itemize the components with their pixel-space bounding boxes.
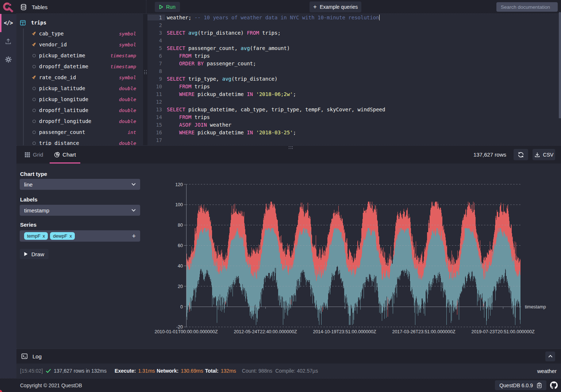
line-code: SELECT passenger_count, avg(fare_amount) — [167, 45, 290, 51]
success-check-icon — [46, 369, 51, 373]
editor-line-4[interactable]: 4 — [147, 38, 561, 45]
line-code: FROM trips — [167, 114, 210, 120]
rail-item-import[interactable] — [0, 32, 16, 50]
column-row-dropoff_latitude[interactable]: dropoff_latitudedouble — [16, 105, 143, 116]
column-name: passenger_count — [39, 129, 85, 135]
editor-line-10[interactable]: 10 FROM trips — [147, 84, 561, 91]
rail-item-console[interactable]: </> — [0, 14, 16, 32]
column-row-pickup_datetime[interactable]: pickup_datetimetimestamp — [16, 50, 143, 61]
editor-line-5[interactable]: 5SELECT passenger_count, avg(fare_amount… — [147, 45, 561, 53]
tab-chart[interactable]: Chart — [50, 146, 80, 164]
editor-line-7[interactable]: 7 ORDER BY passenger_count; — [147, 61, 561, 68]
editor-line-13[interactable]: 13SELECT pickup_datetime, cab_type, trip… — [147, 107, 561, 114]
play-icon — [159, 5, 163, 9]
collapse-log-button[interactable] — [545, 351, 555, 361]
splitter-handle-icon — [144, 70, 147, 74]
editor-line-2[interactable]: 2 — [147, 22, 561, 30]
download-csv-button[interactable]: CSV — [533, 149, 555, 160]
search-documentation-input[interactable] — [496, 2, 558, 12]
sql-editor[interactable]: 1weather; -- 10 years of weather data in… — [147, 14, 561, 145]
editor-line-6[interactable]: 6 FROM trips — [147, 53, 561, 61]
refresh-button[interactable] — [514, 149, 528, 160]
editor-line-3[interactable]: 3SELECT avg(trip_distance) FROM trips; — [147, 30, 561, 38]
circle-icon — [32, 98, 36, 101]
questdb-logo-icon — [3, 1, 14, 12]
circle-icon — [31, 120, 37, 123]
editor-line-15[interactable]: 15 ASOF JOIN weather — [147, 122, 561, 130]
y-tick-label: 40 — [178, 264, 183, 269]
line-number: 4 — [147, 38, 165, 43]
questdb-console: </> — [0, 0, 561, 392]
tab-grid[interactable]: Grid — [20, 146, 47, 164]
column-row-dropoff_longitude[interactable]: dropoff_longitudedouble — [16, 116, 143, 127]
column-row-dropoff_datetime[interactable]: dropoff_datetimetimestamp — [16, 61, 143, 72]
status-total-label: Total: — [205, 368, 219, 374]
download-icon — [534, 152, 540, 158]
x-tick-label: 2014-10-19T23:51:00.000000Z — [313, 329, 376, 334]
rows-count-label: 137,627 rows — [473, 151, 506, 158]
run-button[interactable]: Run — [155, 2, 180, 12]
column-row-trip_distance[interactable]: trip_distancedouble — [16, 138, 143, 145]
example-queries-button[interactable]: + Example queries — [310, 1, 361, 12]
editor-line-8[interactable]: 8 — [147, 68, 561, 76]
chart-view: Chart type line Labels timestamp Series … — [16, 164, 561, 349]
tables-panel-header: Tables — [16, 0, 143, 14]
editor-line-17[interactable]: 17 — [147, 137, 561, 145]
status-timestamp: [15:45:02] — [20, 368, 43, 374]
editor-line-12[interactable]: 12 — [147, 99, 561, 107]
line-number: 5 — [147, 45, 165, 51]
column-row-vendor_id[interactable]: vendor_idsymbol — [16, 39, 143, 50]
footer: Copyright © 2021 QuestDB QuestDB 6.0.9 — [0, 378, 561, 392]
x-tick-label: 2017-03-26T23:51:00.000000Z — [392, 329, 455, 334]
x-tick-label: 2019-07-23T20:51:00.000000Z — [471, 329, 534, 334]
y-tick-label: 80 — [178, 223, 183, 228]
rocket-icon — [31, 42, 37, 47]
line-number: 9 — [147, 76, 165, 82]
column-row-rate_code_id[interactable]: rate_code_idsymbol — [16, 72, 143, 83]
y-tick-label: 20 — [178, 284, 183, 289]
column-name: dropoff_longitude — [39, 118, 91, 124]
horizontal-splitter-handle-icon[interactable] — [289, 146, 293, 149]
column-name: pickup_latitude — [39, 85, 85, 91]
status-network-value: 130.69ms — [181, 368, 203, 374]
grid-icon — [24, 152, 30, 158]
column-name: cab_type — [39, 31, 64, 36]
line-number: 3 — [147, 30, 165, 36]
line-code: FROM trips — [167, 84, 210, 89]
column-name: dropoff_latitude — [39, 107, 88, 113]
version-button[interactable]: QuestDB 6.0.9 — [495, 380, 546, 390]
vertical-splitter[interactable] — [143, 14, 147, 145]
line-number: 15 — [147, 122, 165, 128]
line-code: FROM trips — [167, 53, 210, 59]
rail-item-settings[interactable] — [0, 50, 16, 69]
y-tick-label: 120 — [175, 182, 183, 187]
top-bar: Tables Run + Example queries — [16, 0, 561, 14]
column-row-pickup_longitude[interactable]: pickup_longitudedouble — [16, 94, 143, 105]
column-type: int — [128, 130, 136, 135]
results-tab-bar: Grid Chart 137,627 rows — [16, 145, 561, 164]
line-code: WHERE pickup_datetime IN '2018-06;2w'; — [167, 91, 296, 97]
editor-line-1[interactable]: 1weather; -- 10 years of weather data in… — [147, 15, 561, 22]
column-row-cab_type[interactable]: cab_typesymbol — [16, 28, 143, 39]
line-number: 2 — [147, 22, 165, 28]
editor-line-11[interactable]: 11 WHERE pickup_datetime IN '2018-06;2w'… — [147, 91, 561, 99]
circle-icon — [32, 120, 36, 123]
series-dewpF — [187, 228, 520, 325]
editor-line-16[interactable]: 16 WHERE pickup_datetime IN '2018-03-25'… — [147, 130, 561, 137]
active-table-label: weather — [537, 368, 557, 374]
log-bar: Log — [16, 349, 561, 364]
questdb-logo[interactable] — [0, 0, 16, 14]
github-icon[interactable] — [550, 381, 558, 389]
column-name: pickup_datetime — [39, 53, 85, 58]
table-row-trips[interactable]: trips — [16, 17, 143, 28]
status-bar: [15:45:02] 137,627 rows in 132ms Execute… — [16, 364, 561, 378]
github-logo-icon — [550, 381, 558, 389]
column-name: vendor_id — [39, 42, 67, 47]
y-tick-label: 60 — [178, 243, 183, 248]
column-row-pickup_latitude[interactable]: pickup_latitudedouble — [16, 83, 143, 94]
editor-line-9[interactable]: 9SELECT trip_type, avg(trip_distance) — [147, 76, 561, 84]
editor-line-14[interactable]: 14 FROM trips — [147, 114, 561, 122]
column-row-passenger_count[interactable]: passenger_countint — [16, 127, 143, 138]
editor-scrollbar[interactable] — [559, 12, 561, 118]
status-count: Count: 988ns — [242, 368, 272, 374]
